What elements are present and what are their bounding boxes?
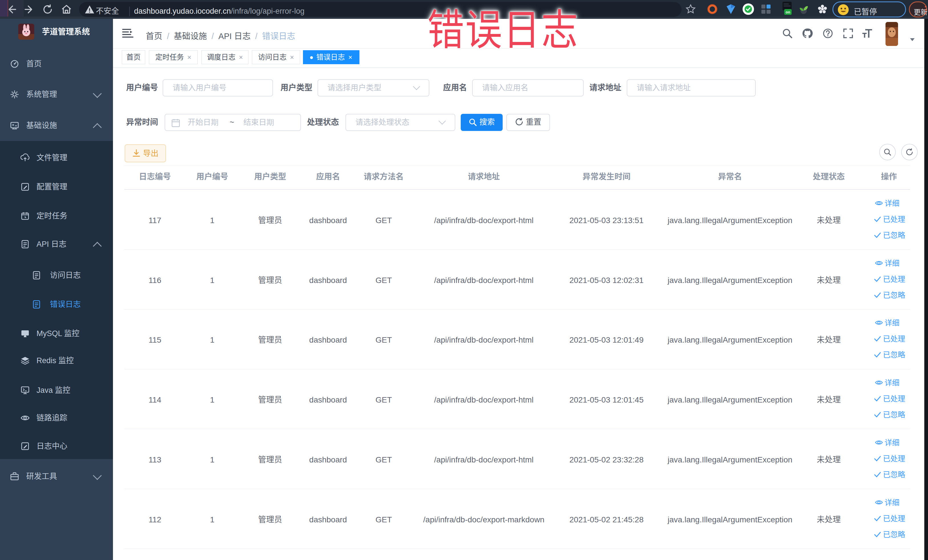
svg-text:on: on [786,10,790,14]
